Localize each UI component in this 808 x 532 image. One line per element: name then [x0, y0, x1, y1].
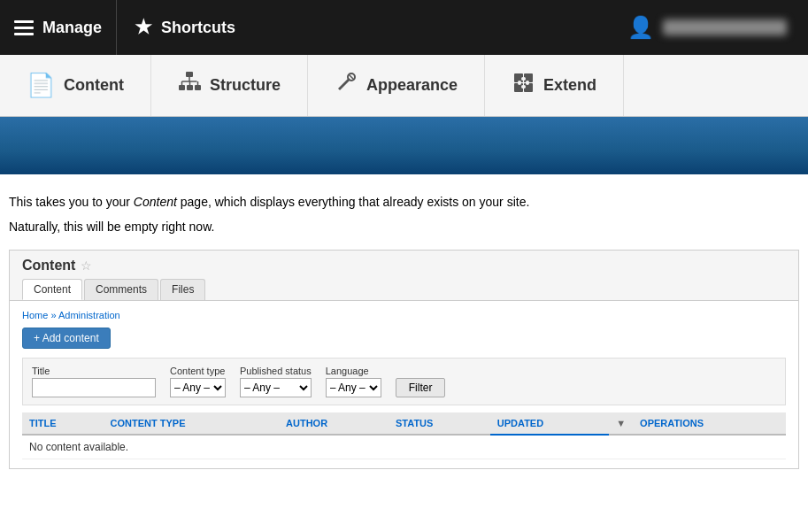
add-content-btn[interactable]: + Add content: [22, 328, 111, 349]
col-content-type: CONTENT TYPE: [104, 412, 279, 435]
blue-banner: [0, 117, 808, 174]
col-title[interactable]: TITLE: [22, 412, 104, 435]
star-icon: ★: [135, 16, 152, 39]
shortcuts-button[interactable]: ★ Shortcuts: [116, 0, 253, 55]
nav-extend-label: Extend: [543, 76, 596, 95]
filter-published-select[interactable]: – Any –: [240, 378, 312, 397]
nav-content[interactable]: 📄 Content: [0, 55, 151, 116]
user-section: 👤: [613, 15, 801, 40]
user-name: [663, 19, 787, 35]
tab-files[interactable]: Files: [160, 279, 205, 300]
tab-comments[interactable]: Comments: [84, 279, 158, 300]
breadcrumb: Home » Administration: [22, 310, 786, 320]
col-updated[interactable]: UPDATED: [490, 412, 609, 435]
filter-content-type-field: Content type – Any –: [170, 366, 226, 397]
manage-label: Manage: [42, 19, 102, 37]
filter-content-type-label: Content type: [170, 366, 226, 376]
filter-title-label: Title: [32, 366, 156, 376]
no-content-message: No content available.: [22, 435, 786, 459]
col-status: STATUS: [389, 412, 490, 435]
filter-language-label: Language: [326, 366, 381, 376]
breadcrumb-home[interactable]: Home: [22, 310, 48, 320]
svg-rect-0: [186, 72, 193, 77]
nav-appearance-label: Appearance: [366, 76, 458, 95]
tab-content[interactable]: Content: [22, 279, 82, 300]
manage-button[interactable]: Manage: [7, 0, 116, 55]
inner-tabs: Content Comments Files: [22, 279, 786, 300]
col-operations: OPERATIONS: [633, 412, 786, 435]
filter-language-field: Language – Any –: [326, 366, 381, 397]
structure-icon: [178, 71, 201, 100]
filter-row: Title Content type – Any – Published sta…: [32, 366, 776, 397]
breadcrumb-separator: »: [50, 310, 58, 320]
inner-header: Content ☆ Content Comments Files: [10, 251, 798, 301]
appearance-icon: [335, 71, 358, 100]
filter-language-select[interactable]: – Any –: [326, 378, 381, 397]
table-body: No content available.: [22, 435, 786, 459]
col-sort-arrow: ▼: [609, 412, 633, 435]
svg-rect-2: [187, 85, 193, 90]
description-line1: This takes you to your Content page, whi…: [9, 192, 799, 212]
content-icon: 📄: [27, 72, 55, 99]
nav-menu: 📄 Content Structure: [0, 55, 808, 117]
nav-structure-label: Structure: [210, 76, 281, 95]
nav-extend[interactable]: Extend: [485, 55, 624, 116]
extend-icon: [512, 71, 535, 100]
nav-structure[interactable]: Structure: [151, 55, 308, 116]
description-line2: Naturally, this will be empty right now.: [9, 217, 799, 236]
filter-published-label: Published status: [240, 366, 312, 376]
svg-rect-3: [195, 85, 201, 90]
filter-content-type-select[interactable]: – Any –: [170, 378, 226, 397]
inner-page-title: Content: [22, 258, 75, 274]
filter-published-field: Published status – Any –: [240, 366, 312, 397]
table-header: TITLE CONTENT TYPE AUTHOR STATUS UPDATED…: [22, 412, 786, 435]
filter-title-field: Title: [32, 366, 156, 397]
filter-title-input[interactable]: [32, 378, 156, 397]
shortcuts-label: Shortcuts: [161, 19, 235, 37]
inner-page: Content ☆ Content Comments Files Home » …: [9, 250, 799, 469]
col-author: AUTHOR: [279, 412, 389, 435]
admin-bar: Manage ★ Shortcuts 👤: [0, 0, 808, 55]
svg-rect-17: [526, 81, 529, 85]
filter-form: Title Content type – Any – Published sta…: [22, 358, 786, 405]
main-content: This takes you to your Content page, whi…: [0, 174, 808, 478]
breadcrumb-admin[interactable]: Administration: [58, 310, 120, 320]
hamburger-icon: [14, 20, 34, 35]
svg-rect-1: [179, 85, 185, 90]
nav-appearance[interactable]: Appearance: [308, 55, 485, 116]
inner-star-icon[interactable]: ☆: [81, 258, 92, 273]
inner-body: Home » Administration + Add content Titl…: [10, 301, 798, 468]
filter-button[interactable]: Filter: [396, 378, 446, 397]
svg-rect-14: [521, 77, 526, 81]
inner-title-row: Content ☆: [22, 258, 786, 279]
nav-content-label: Content: [64, 76, 124, 95]
svg-rect-15: [518, 81, 521, 85]
no-content-row: No content available.: [22, 435, 786, 459]
content-table: TITLE CONTENT TYPE AUTHOR STATUS UPDATED…: [22, 412, 786, 459]
svg-rect-16: [521, 85, 526, 89]
user-icon: 👤: [627, 15, 654, 40]
